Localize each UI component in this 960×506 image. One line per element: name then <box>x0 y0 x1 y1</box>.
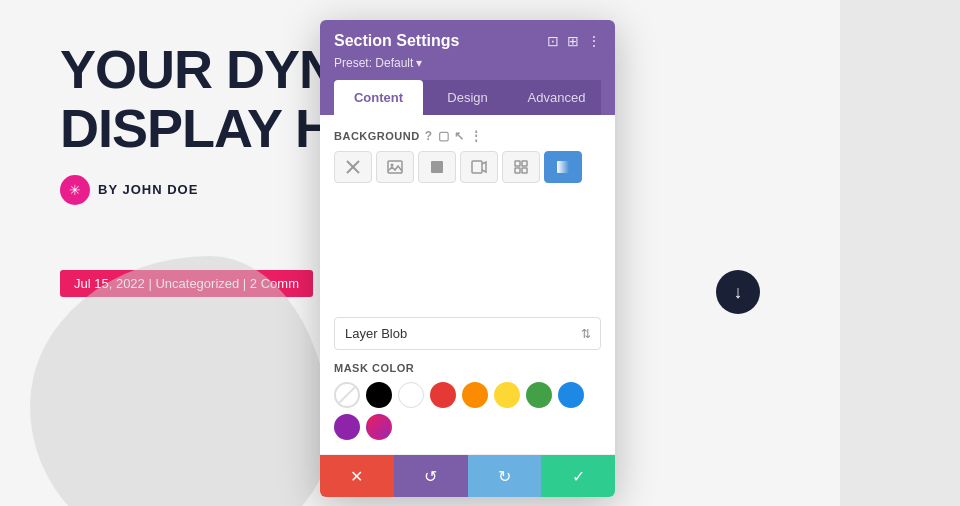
color-swatch-red[interactable] <box>430 382 456 408</box>
svg-rect-2 <box>388 161 402 173</box>
svg-rect-6 <box>515 161 520 166</box>
cancel-button[interactable]: ✕ <box>320 455 394 497</box>
bg-type-video[interactable] <box>460 151 498 183</box>
layer-blob-dropdown-wrapper: Layer Blob <box>334 317 601 350</box>
more-icon[interactable]: ⋮ <box>587 33 601 49</box>
copy-icon[interactable]: ▢ <box>438 129 450 143</box>
svg-rect-4 <box>431 161 443 173</box>
author-name: BY JOHN DOE <box>98 182 198 197</box>
columns-icon[interactable]: ⊞ <box>567 33 579 49</box>
author-icon: ✳ <box>60 175 90 205</box>
panel-header-top: Section Settings ⊡ ⊞ ⋮ <box>334 32 601 50</box>
svg-rect-7 <box>522 161 527 166</box>
color-swatch-orange[interactable] <box>462 382 488 408</box>
tab-advanced[interactable]: Advanced <box>512 80 601 115</box>
action-bar: ✕ ↺ ↻ ✓ <box>320 454 615 497</box>
panel-body: Background ? ▢ ↖ ⋮ <box>320 115 615 454</box>
pointer-icon[interactable]: ↖ <box>454 129 465 143</box>
sidebar-right <box>840 0 960 506</box>
layer-blob-select[interactable]: Layer Blob <box>334 317 601 350</box>
svg-rect-10 <box>557 161 569 173</box>
bg-type-none[interactable] <box>334 151 372 183</box>
layer-blob-dropdown-row: Layer Blob <box>334 317 601 350</box>
tab-content[interactable]: Content <box>334 80 423 115</box>
bg-type-gradient[interactable] <box>544 151 582 183</box>
color-swatch-purple[interactable] <box>334 414 360 440</box>
dots-icon[interactable]: ⋮ <box>470 129 483 143</box>
tab-design[interactable]: Design <box>423 80 512 115</box>
panel-header: Section Settings ⊡ ⊞ ⋮ Preset: Default ▾… <box>320 20 615 115</box>
svg-rect-5 <box>472 161 482 173</box>
color-swatch-gradient[interactable] <box>366 414 392 440</box>
color-swatch-blue[interactable] <box>558 382 584 408</box>
scroll-down-button[interactable]: ↓ <box>716 270 760 314</box>
panel-title: Section Settings <box>334 32 459 50</box>
color-swatch-yellow[interactable] <box>494 382 520 408</box>
save-button[interactable]: ✓ <box>541 455 615 497</box>
bg-type-image[interactable] <box>376 151 414 183</box>
svg-rect-8 <box>515 168 520 173</box>
bg-type-color[interactable] <box>418 151 456 183</box>
background-section-label: Background ? ▢ ↖ ⋮ <box>334 129 601 143</box>
panel-tabs: Content Design Advanced <box>334 80 601 115</box>
panel-header-icons: ⊡ ⊞ ⋮ <box>547 33 601 49</box>
svg-rect-9 <box>522 168 527 173</box>
color-swatches <box>334 382 601 440</box>
color-swatch-transparent[interactable] <box>334 382 360 408</box>
fullscreen-icon[interactable]: ⊡ <box>547 33 559 49</box>
mask-color-label: Mask Color <box>334 362 601 374</box>
bg-type-row <box>334 151 601 183</box>
color-swatch-green[interactable] <box>526 382 552 408</box>
help-icon[interactable]: ? <box>425 129 433 143</box>
body-spacer <box>334 197 601 317</box>
bg-type-pattern[interactable] <box>502 151 540 183</box>
reset-button[interactable]: ↺ <box>394 455 468 497</box>
color-swatch-black[interactable] <box>366 382 392 408</box>
panel-preset[interactable]: Preset: Default ▾ <box>334 56 601 70</box>
color-swatch-white[interactable] <box>398 382 424 408</box>
section-settings-panel: Section Settings ⊡ ⊞ ⋮ Preset: Default ▾… <box>320 20 615 497</box>
redo-button[interactable]: ↻ <box>468 455 542 497</box>
